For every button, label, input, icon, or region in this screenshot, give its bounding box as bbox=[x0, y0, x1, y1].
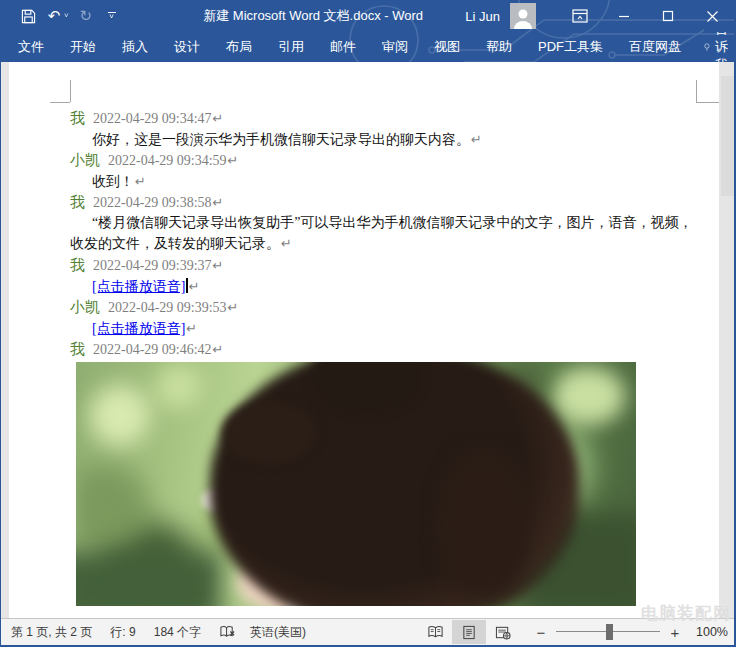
sender-name: 我 bbox=[70, 194, 85, 210]
tab-mailings[interactable]: 邮件 bbox=[317, 33, 369, 61]
message-header: 我2022-04-29 09:34:47↵ bbox=[70, 107, 702, 128]
message-time: 2022-04-29 09:38:58 bbox=[93, 195, 212, 210]
paragraph-mark: ↵ bbox=[213, 111, 224, 126]
read-mode-button[interactable] bbox=[418, 620, 452, 644]
message-time: 2022-04-29 09:34:47 bbox=[93, 111, 212, 126]
undo-dropdown-icon[interactable]: ˅ bbox=[64, 12, 69, 19]
minimize-button[interactable] bbox=[602, 0, 646, 32]
paragraph-mark: ↵ bbox=[213, 258, 224, 273]
message-header: 小凯2022-04-29 09:39:53↵ bbox=[70, 296, 702, 317]
tab-home[interactable]: 开始 bbox=[57, 33, 109, 61]
message-body: 你好，这是一段演示华为手机微信聊天记录导出的聊天内容。↵ bbox=[70, 128, 702, 149]
language-status[interactable]: 英语(美国) bbox=[250, 624, 306, 641]
crop-mark-top-left bbox=[50, 102, 70, 103]
paragraph-mark: ↵ bbox=[186, 321, 197, 336]
close-icon bbox=[706, 10, 719, 23]
paragraph-mark: ↵ bbox=[213, 195, 224, 210]
tab-review[interactable]: 审阅 bbox=[369, 33, 421, 61]
paragraph-mark: ↵ bbox=[189, 279, 200, 294]
titlebar: ↶ ˅ ↻ ˅ 新建 Microsoft Word 文档.docx - Word… bbox=[1, 0, 734, 32]
quick-access-toolbar: ↶ ˅ ↻ ˅ bbox=[1, 3, 171, 29]
document-canvas-margin bbox=[1, 62, 9, 618]
message-body: [点击播放语音]↵ bbox=[70, 275, 702, 296]
chat-photo[interactable] bbox=[76, 362, 636, 606]
redo-button[interactable]: ↻ bbox=[73, 3, 99, 29]
tab-pdf-tools[interactable]: PDF工具集 bbox=[525, 33, 616, 61]
tab-references[interactable]: 引用 bbox=[265, 33, 317, 61]
message-header: 我2022-04-29 09:46:42↵ bbox=[70, 338, 702, 359]
print-layout-button[interactable] bbox=[452, 620, 486, 644]
close-button[interactable] bbox=[690, 0, 734, 32]
word-count-status[interactable]: 184 个字 bbox=[154, 624, 201, 641]
vertical-scrollbar[interactable] bbox=[719, 62, 734, 618]
zoom-slider[interactable] bbox=[556, 624, 660, 640]
read-mode-icon bbox=[427, 625, 444, 639]
zoom-percentage[interactable]: 100% bbox=[690, 625, 728, 639]
avatar[interactable] bbox=[510, 3, 536, 29]
redo-icon: ↻ bbox=[79, 7, 92, 25]
message-time: 2022-04-29 09:46:42 bbox=[93, 342, 212, 357]
message-header: 小凯2022-04-29 09:34:59↵ bbox=[70, 149, 702, 170]
status-bar: 第 1 页, 共 2 页 行: 9 184 个字 英语(美国) bbox=[1, 618, 734, 647]
view-shortcuts bbox=[418, 620, 520, 644]
sender-name: 小凯 bbox=[70, 299, 100, 315]
print-layout-icon bbox=[462, 625, 476, 640]
paragraph-mark: ↵ bbox=[228, 153, 239, 168]
message-time: 2022-04-29 09:34:59 bbox=[108, 153, 227, 168]
minimize-icon bbox=[618, 10, 630, 22]
crop-mark-top-left bbox=[70, 80, 71, 102]
ribbon-display-options-button[interactable] bbox=[558, 0, 602, 32]
message-time: 2022-04-29 09:39:37 bbox=[93, 258, 212, 273]
tab-view[interactable]: 视图 bbox=[421, 33, 473, 61]
paragraph-mark: ↵ bbox=[281, 236, 292, 251]
line-number-status[interactable]: 行: 9 bbox=[110, 624, 135, 641]
paragraph-mark: ↵ bbox=[471, 132, 482, 147]
person-icon bbox=[512, 7, 534, 29]
web-layout-button[interactable] bbox=[486, 620, 520, 644]
undo-button[interactable]: ↶ ˅ bbox=[45, 3, 69, 29]
crop-mark-top-right bbox=[696, 102, 719, 103]
tab-help[interactable]: 帮助 bbox=[473, 33, 525, 61]
crop-mark-top-right bbox=[696, 80, 697, 102]
ribbon-tab-bar: 文件 开始 插入 设计 布局 引用 邮件 审阅 视图 帮助 PDF工具集 百度网… bbox=[1, 32, 734, 62]
document-page[interactable]: 我2022-04-29 09:34:47↵ 你好，这是一段演示华为手机微信聊天记… bbox=[9, 62, 719, 618]
paragraph-mark: ↵ bbox=[228, 300, 239, 315]
titlebar-controls: Li Jun bbox=[465, 0, 734, 32]
tab-insert[interactable]: 插入 bbox=[109, 33, 161, 61]
message-header: 我2022-04-29 09:39:37↵ bbox=[70, 254, 702, 275]
sender-name: 我 bbox=[70, 110, 85, 126]
tab-baidu-netdisk[interactable]: 百度网盘 bbox=[616, 33, 694, 61]
qat-customize-button[interactable]: ˅ bbox=[103, 3, 121, 29]
lightbulb-icon bbox=[704, 39, 710, 55]
message-time: 2022-04-29 09:39:53 bbox=[108, 300, 227, 315]
ribbon-display-options-icon bbox=[572, 9, 588, 23]
web-layout-icon bbox=[495, 625, 511, 640]
document-content: 我2022-04-29 09:34:47↵ 你好，这是一段演示华为手机微信聊天记… bbox=[70, 107, 702, 606]
window-title: 新建 Microsoft Word 文档.docx - Word bbox=[171, 7, 465, 25]
message-body: “楼月微信聊天记录导出恢复助手”可以导出华为手机微信聊天记录中的文字，图片，语音… bbox=[70, 212, 702, 254]
voice-message-link[interactable]: [点击播放语音] bbox=[92, 321, 185, 336]
proofing-book-icon bbox=[219, 625, 236, 639]
maximize-button[interactable] bbox=[646, 0, 690, 32]
message-body: [点击播放语音]↵ bbox=[70, 317, 702, 338]
page-number-status[interactable]: 第 1 页, 共 2 页 bbox=[11, 624, 92, 641]
proofing-status-button[interactable] bbox=[219, 625, 236, 639]
zoom-in-button[interactable]: + bbox=[668, 624, 682, 641]
voice-message-link[interactable]: [点击播放语音] bbox=[92, 279, 185, 294]
save-button[interactable] bbox=[15, 3, 41, 29]
sender-name: 我 bbox=[70, 257, 85, 273]
zoom-slider-thumb[interactable] bbox=[606, 624, 613, 640]
tab-design[interactable]: 设计 bbox=[161, 33, 213, 61]
maximize-icon bbox=[662, 10, 674, 22]
text-cursor bbox=[186, 278, 188, 293]
paragraph-mark: ↵ bbox=[213, 342, 224, 357]
tab-file[interactable]: 文件 bbox=[5, 33, 57, 61]
tab-layout[interactable]: 布局 bbox=[213, 33, 265, 61]
zoom-out-button[interactable]: − bbox=[534, 624, 548, 641]
message-body: 收到！↵ bbox=[70, 170, 702, 191]
message-header: 我2022-04-29 09:38:58↵ bbox=[70, 191, 702, 212]
account-name[interactable]: Li Jun bbox=[465, 9, 500, 24]
scrollbar-thumb[interactable] bbox=[721, 76, 734, 196]
document-area: 我2022-04-29 09:34:47↵ 你好，这是一段演示华为手机微信聊天记… bbox=[1, 62, 734, 618]
word-window: ↶ ˅ ↻ ˅ 新建 Microsoft Word 文档.docx - Word… bbox=[0, 0, 736, 647]
